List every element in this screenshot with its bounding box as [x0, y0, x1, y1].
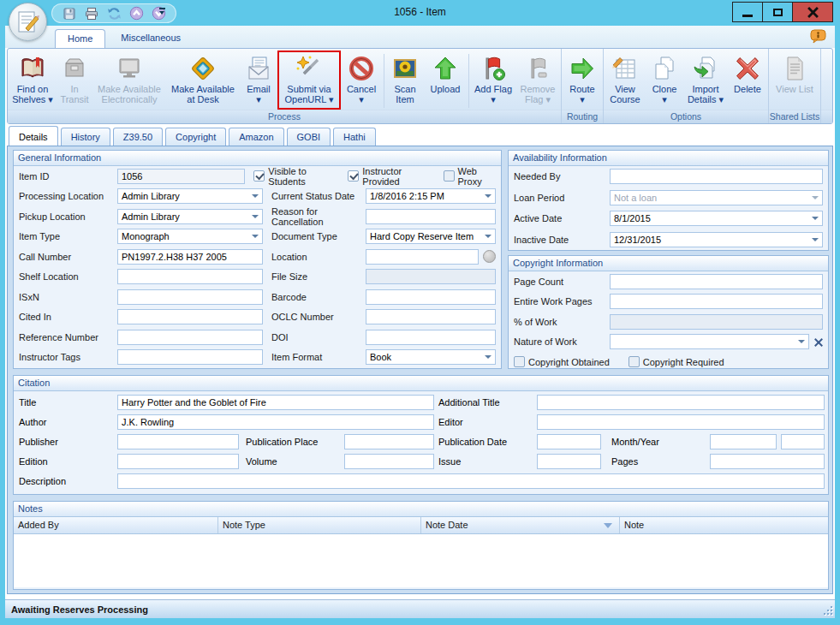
isxn-field[interactable]	[117, 289, 263, 305]
add-flag-button[interactable]: Add Flag ▾	[471, 51, 515, 110]
route-button[interactable]: Route ▾	[563, 51, 602, 110]
tab-history[interactable]: History	[61, 128, 110, 146]
app-menu-button[interactable]	[9, 3, 47, 41]
year-field[interactable]	[781, 434, 825, 449]
instructor-tags-field[interactable]	[117, 349, 263, 365]
active-date-dropdown[interactable]: 8/1/2015	[610, 211, 823, 226]
refresh-button[interactable]	[105, 6, 122, 21]
email-button[interactable]: Email ▾	[240, 51, 277, 110]
column-header-note[interactable]: Note	[620, 517, 828, 533]
copyright-required-checkbox[interactable]: Copyright Required	[629, 356, 724, 367]
oclc-number-label: OCLC Number	[271, 312, 366, 322]
shelf-location-field[interactable]	[117, 269, 263, 284]
call-number-label: Call Number	[19, 252, 117, 262]
pages-field[interactable]	[710, 454, 825, 469]
column-header-added-by[interactable]: Added By	[14, 517, 218, 533]
item-format-dropdown[interactable]: Book	[366, 349, 496, 365]
close-button[interactable]	[792, 2, 833, 22]
import-details-button[interactable]: Import Details ▾	[683, 51, 728, 110]
view-course-button[interactable]: View Course	[605, 51, 646, 110]
title-field[interactable]: Harry Potter and the Goblet of Fire	[117, 395, 434, 410]
remove-flag-button[interactable]: Remove Flag ▾	[515, 51, 560, 110]
make-available-electronically-button[interactable]: Make Available Electronically	[92, 51, 166, 110]
ribbon-tab-miscellaneous[interactable]: Miscellaneous	[109, 29, 193, 48]
instructor-provided-checkbox[interactable]: Instructor Provided	[348, 166, 429, 187]
clear-nature-of-work-button[interactable]	[813, 337, 823, 347]
upload-arrow-icon	[432, 53, 459, 84]
edition-field[interactable]	[117, 454, 239, 469]
item-id-field[interactable]: 1056	[117, 169, 245, 184]
publication-place-field[interactable]	[344, 434, 434, 449]
tab-z3950[interactable]: Z39.50	[113, 128, 163, 146]
oclc-number-field[interactable]	[366, 309, 496, 324]
reference-number-field[interactable]	[117, 330, 263, 345]
ribbon-tab-home[interactable]: Home	[55, 29, 105, 48]
call-number-field[interactable]: PN1997.2.H38 H37 2005	[117, 249, 263, 265]
ribbon-group-routing: Route ▾ Routing	[562, 49, 604, 123]
make-available-at-desk-button[interactable]: Make Available at Desk	[166, 51, 240, 110]
nature-of-work-dropdown[interactable]	[610, 334, 809, 349]
maximize-button[interactable]	[762, 2, 793, 22]
scan-image-icon	[391, 53, 419, 84]
volume-field[interactable]	[344, 454, 434, 469]
publisher-field[interactable]	[117, 434, 239, 449]
description-field[interactable]	[117, 473, 825, 489]
resize-grip[interactable]	[822, 604, 832, 615]
processing-location-dropdown[interactable]: Admin Library	[117, 188, 263, 204]
list-page-icon	[781, 53, 808, 84]
delete-button[interactable]: Delete	[728, 51, 767, 110]
document-type-dropdown[interactable]: Hard Copy Reserve Item	[366, 229, 496, 244]
tab-amazon[interactable]: Amazon	[229, 128, 283, 146]
needed-by-field[interactable]	[610, 169, 823, 184]
tab-details[interactable]: Details	[9, 126, 58, 146]
additional-title-field[interactable]	[537, 395, 825, 410]
doi-field[interactable]	[366, 330, 496, 345]
publication-date-field[interactable]	[537, 434, 601, 449]
editor-field[interactable]	[537, 414, 825, 430]
dropdown-arrow-icon	[252, 235, 259, 238]
find-on-shelves-button[interactable]: Find on Shelves ▾	[9, 51, 57, 110]
minimize-button[interactable]	[732, 2, 763, 22]
form-tab-strip: Details History Z39.50 Copyright Amazon …	[9, 128, 376, 146]
column-header-note-date[interactable]: Note Date	[421, 517, 620, 533]
save-button[interactable]	[61, 6, 78, 21]
visible-to-students-checkbox[interactable]: Visible to Students	[253, 166, 334, 187]
barcode-field[interactable]	[366, 289, 496, 305]
item-type-dropdown[interactable]: Monograph	[117, 229, 263, 244]
previous-record-button[interactable]	[128, 6, 145, 21]
help-button[interactable]	[810, 29, 826, 44]
publication-date-label: Publication Date	[438, 437, 507, 447]
print-button[interactable]	[83, 6, 100, 21]
quick-access-overflow-button[interactable]	[156, 8, 168, 18]
upload-button[interactable]: Upload	[424, 51, 467, 110]
tab-gobi[interactable]: GOBI	[287, 128, 331, 146]
column-header-note-type[interactable]: Note Type	[218, 517, 421, 533]
in-transit-button[interactable]: In Transit	[57, 51, 92, 110]
inactive-date-dropdown[interactable]: 12/31/2015	[610, 232, 823, 247]
page-count-field[interactable]	[610, 274, 823, 289]
month-field[interactable]	[710, 434, 777, 449]
current-status-date-dropdown[interactable]: 1/8/2016 2:15 PM	[366, 188, 496, 204]
location-globe-button[interactable]	[483, 250, 496, 263]
minimize-icon	[742, 15, 753, 17]
tab-hathi[interactable]: Hathi	[333, 128, 376, 146]
author-field[interactable]: J.K. Rowling	[117, 414, 434, 430]
cited-in-field[interactable]	[117, 309, 263, 324]
submit-via-openurl-button[interactable]: Submit via OpenURL ▾	[277, 51, 341, 110]
close-icon	[807, 7, 819, 18]
notes-table-body[interactable]	[14, 534, 828, 587]
web-proxy-checkbox[interactable]: Web Proxy	[444, 166, 496, 187]
pickup-location-dropdown[interactable]: Admin Library	[117, 209, 263, 224]
scan-item-button[interactable]: Scan Item	[386, 51, 424, 110]
tab-copyright[interactable]: Copyright	[165, 128, 226, 146]
entire-work-pages-field[interactable]	[610, 294, 823, 309]
view-list-button[interactable]: View List	[770, 51, 819, 110]
copyright-obtained-checkbox[interactable]: Copyright Obtained	[514, 356, 610, 367]
title-label: Title	[19, 397, 36, 408]
cancel-button[interactable]: Cancel ▾	[341, 51, 382, 110]
issue-field[interactable]	[537, 454, 601, 469]
location-field[interactable]	[366, 249, 479, 265]
clone-button[interactable]: Clone ▾	[646, 51, 683, 110]
status-bar: Awaiting Reserves Processing	[5, 599, 835, 618]
reason-for-cancellation-field[interactable]	[366, 209, 496, 224]
